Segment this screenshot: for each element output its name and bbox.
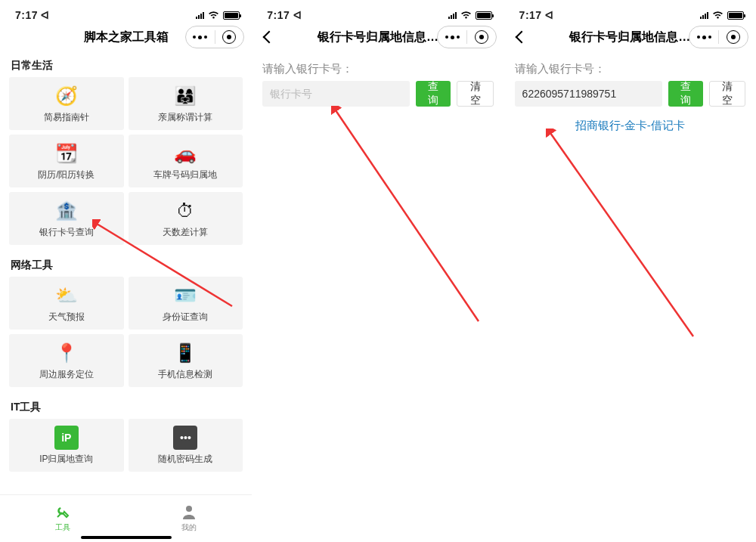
card-phone-info[interactable]: 📱手机信息检测	[129, 334, 243, 387]
card-random-password[interactable]: •••随机密码生成	[129, 419, 243, 472]
battery-icon	[727, 11, 744, 20]
back-button[interactable]	[509, 23, 534, 51]
grid-it-tools: iPIP归属地查询 •••随机密码生成	[0, 419, 252, 472]
card-label: 简易指南针	[44, 111, 89, 124]
signal-icon	[196, 11, 204, 19]
query-button[interactable]: 查询	[416, 81, 451, 107]
card-id-lookup[interactable]: 🪪身份证查询	[129, 277, 243, 330]
section-title: 日常生活	[0, 51, 252, 77]
calendar-icon: 📆	[54, 141, 79, 166]
wifi-icon	[712, 9, 723, 21]
phone-icon: 📱	[173, 341, 197, 365]
bank-card-input[interactable]	[515, 81, 662, 107]
svg-line-2	[336, 110, 479, 321]
card-license-plate[interactable]: 🚗车牌号码归属地	[129, 135, 243, 187]
back-button[interactable]	[256, 23, 282, 51]
mini-program-nav: 银行卡号归属地信息…	[504, 23, 756, 51]
signal-icon	[700, 11, 708, 19]
card-bank-card-lookup[interactable]: 🏦银行卡号查询	[9, 192, 124, 245]
ip-icon: iP	[54, 426, 79, 450]
status-right	[700, 9, 744, 21]
battery-icon	[476, 11, 492, 20]
card-label: 车牌号码归属地	[153, 169, 217, 181]
compass-icon: 🧭	[54, 84, 79, 108]
card-label: 银行卡号查询	[39, 226, 94, 239]
location-arrow-icon: ᐊ	[41, 9, 50, 21]
capsule-close-button[interactable]	[719, 26, 748, 48]
weather-icon: ⛅	[54, 283, 79, 308]
card-weather[interactable]: ⛅天气预报	[9, 277, 124, 330]
phone-screen-3: 7:17 ᐊ 银行卡号归属地信息… 请输入银行卡号： 查询 清空 招商银行-金卡…	[504, 0, 756, 542]
bank-icon: 🏦	[54, 199, 79, 223]
pin-icon: 📍	[54, 341, 79, 365]
input-prompt: 请输入银行卡号：	[504, 51, 756, 81]
chevron-left-icon	[515, 31, 528, 44]
card-label: 身份证查询	[163, 311, 208, 324]
card-label: 亲属称谓计算	[158, 111, 212, 124]
annotation-arrow	[546, 129, 697, 340]
card-compass[interactable]: 🧭简易指南针	[9, 77, 124, 130]
grid-network-tools: ⛅天气预报 🪪身份证查询 📍周边服务定位 📱手机信息检测	[0, 277, 252, 387]
user-icon	[181, 504, 197, 521]
svg-line-3	[550, 133, 693, 336]
capsule-menu-button[interactable]	[689, 26, 718, 48]
phone-screen-2: 7:17 ᐊ 银行卡号归属地信息… 请输入银行卡号： 查询 清空	[252, 0, 503, 542]
capsule-buttons	[689, 26, 748, 48]
card-label: 周边服务定位	[39, 368, 94, 381]
status-bar: 7:17 ᐊ	[0, 0, 252, 23]
card-label: 随机密码生成	[158, 453, 212, 466]
status-time: 7:17 ᐊ	[267, 9, 302, 21]
family-icon: 👨‍👩‍👧	[173, 84, 197, 108]
svg-point-0	[186, 506, 192, 512]
phone-screen-1: 7:17 ᐊ 脚本之家工具箱 日常生活 🧭简易指南针 👨‍👩‍👧亲属称谓计算 📆…	[0, 0, 252, 542]
section-title: IT工具	[0, 393, 252, 419]
card-label: 阴历/阳历转换	[38, 169, 94, 181]
card-ip-lookup[interactable]: iPIP归属地查询	[9, 419, 124, 472]
status-bar: 7:17 ᐊ	[504, 0, 756, 23]
tools-icon	[55, 504, 70, 521]
query-result: 招商银行-金卡-借记卡	[504, 107, 756, 145]
capsule-buttons	[437, 26, 497, 48]
card-calendar-convert[interactable]: 📆阴历/阳历转换	[9, 135, 124, 187]
home-indicator	[81, 536, 172, 539]
card-label: IP归属地查询	[39, 453, 93, 466]
tab-mine[interactable]: 我的	[126, 495, 253, 542]
card-label: 天气预报	[48, 311, 85, 324]
mini-program-nav: 银行卡号归属地信息…	[252, 23, 503, 51]
bank-card-input[interactable]	[262, 81, 410, 107]
capsule-buttons	[185, 26, 245, 48]
capsule-close-button[interactable]	[467, 26, 496, 48]
id-card-icon: 🪪	[173, 283, 197, 308]
battery-icon	[223, 11, 240, 20]
capsule-menu-button[interactable]	[186, 26, 215, 48]
status-right	[448, 9, 492, 21]
mini-program-nav: 脚本之家工具箱	[0, 23, 252, 51]
clear-button[interactable]: 清空	[457, 81, 493, 107]
grid-daily-life: 🧭简易指南针 👨‍👩‍👧亲属称谓计算 📆阴历/阳历转换 🚗车牌号码归属地 🏦银行…	[0, 77, 252, 245]
status-right	[196, 9, 240, 21]
clear-button[interactable]: 清空	[709, 81, 745, 107]
card-relatives[interactable]: 👨‍👩‍👧亲属称谓计算	[129, 77, 243, 130]
status-time: 7:17 ᐊ	[519, 9, 554, 21]
tab-label: 工具	[55, 522, 70, 533]
card-nearby-services[interactable]: 📍周边服务定位	[9, 334, 124, 387]
menu-dots-icon	[193, 36, 207, 39]
tab-label: 我的	[181, 522, 197, 533]
chevron-left-icon	[263, 31, 276, 44]
menu-dots-icon	[445, 36, 460, 39]
capsule-close-button[interactable]	[215, 26, 243, 48]
timer-icon: ⏱	[173, 199, 197, 223]
target-icon	[222, 30, 236, 44]
card-label: 天数差计算	[163, 226, 208, 239]
password-icon: •••	[173, 426, 197, 450]
card-day-diff[interactable]: ⏱天数差计算	[129, 192, 243, 245]
status-bar: 7:17 ᐊ	[252, 0, 503, 23]
signal-icon	[448, 11, 457, 19]
wifi-icon	[208, 9, 219, 21]
wifi-icon	[460, 9, 472, 21]
menu-dots-icon	[697, 36, 711, 39]
query-button[interactable]: 查询	[668, 81, 703, 107]
capsule-menu-button[interactable]	[438, 26, 466, 48]
section-divider	[0, 387, 252, 393]
tab-tools[interactable]: 工具	[0, 495, 126, 542]
